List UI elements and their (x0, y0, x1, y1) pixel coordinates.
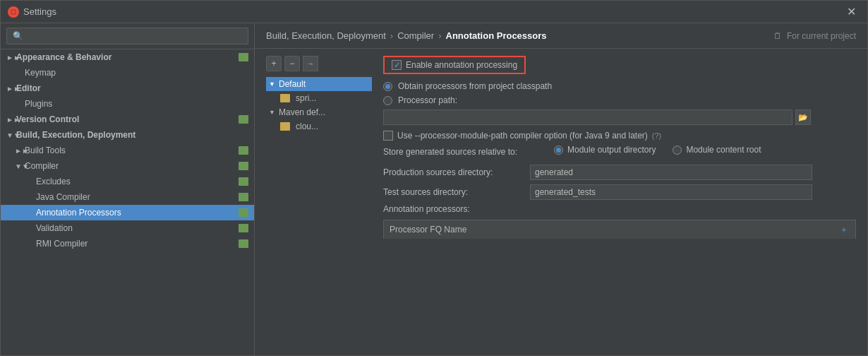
test-sources-row: Test sources directory: (383, 184, 856, 200)
sidebar-item-label: Plugins (25, 99, 248, 109)
breadcrumb-sep1: › (390, 30, 393, 41)
current-project-label: 🗒 For current project (773, 31, 856, 41)
arrow-icon: ▼ (6, 131, 13, 139)
proc-tree-label: clou... (296, 121, 318, 131)
main-content: ► Appearance & Behavior Keymap ► Editor (1, 23, 867, 355)
add-button[interactable]: + (266, 56, 282, 71)
page-icon (239, 146, 248, 155)
table-header: Processor FQ Name + (383, 220, 856, 239)
proc-tree-label: Maven def... (279, 107, 325, 117)
sidebar-item-plugins[interactable]: Plugins (1, 96, 254, 112)
processor-path-radio[interactable] (383, 96, 392, 105)
settings-window: Settings ✕ ► Appearance & Behavior Keyma… (0, 0, 868, 356)
arrow-icon: ► (6, 116, 13, 124)
page-icon (239, 193, 248, 201)
breadcrumb-part1: Build, Execution, Deployment (266, 30, 386, 41)
enable-annotation-box: Enable annotation processing (383, 56, 526, 74)
module-content-label: Module content root (686, 145, 761, 155)
sidebar-item-validation[interactable]: Validation (1, 220, 254, 236)
proc-tree-label: Default (279, 79, 306, 89)
proc-tree-label: spri... (296, 93, 316, 103)
module-content-radio-row: Module content root (673, 145, 761, 155)
page-icon (239, 224, 248, 232)
page-icon (239, 177, 248, 186)
store-generated-label: Store generated sources relative to: (383, 147, 545, 157)
arrow-icon: ► (6, 54, 13, 61)
use-processor-module-checkbox[interactable] (383, 131, 393, 141)
breadcrumb-sep2: › (438, 30, 441, 41)
sidebar-item-build-tools[interactable]: ► Build Tools (1, 143, 254, 158)
processor-path-row: Processor path: (383, 95, 856, 105)
page-icon (239, 208, 248, 217)
sidebar-item-label: Compiler (25, 161, 236, 171)
breadcrumb-path: Build, Execution, Deployment › Compiler … (266, 30, 547, 41)
proc-tree-clou[interactable]: clou... (266, 119, 372, 134)
processor-path-field-row: 📂 (383, 109, 856, 125)
arrow-icon: ► (15, 147, 22, 155)
proc-tree-default[interactable]: ▼ Default (266, 77, 372, 91)
sidebar-item-editor[interactable]: ► Editor (1, 81, 254, 96)
sidebar-item-label: Appearance & Behavior (16, 52, 236, 62)
obtain-processors-radio[interactable] (383, 82, 392, 91)
annotation-processors-section: Annotation processors: (383, 204, 856, 214)
arrow-icon: ▼ (269, 109, 276, 116)
processor-path-label: Processor path: (398, 95, 457, 105)
sidebar-item-label: Version Control (16, 114, 236, 124)
table-add-button[interactable]: + (838, 224, 850, 235)
sidebar-item-keymap[interactable]: Keymap (1, 65, 254, 81)
sidebar-tree: ► Appearance & Behavior Keymap ► Editor (1, 49, 254, 355)
arrow-icon: ▼ (15, 162, 22, 170)
sidebar-item-annotation-processors[interactable]: Annotation Processors (1, 205, 254, 220)
window-title: Settings (23, 6, 843, 17)
sidebar-item-compiler[interactable]: ▼ Compiler (1, 158, 254, 174)
page-icon (239, 162, 248, 170)
close-button[interactable]: ✕ (843, 4, 860, 20)
title-bar: Settings ✕ (1, 1, 867, 23)
breadcrumb-part2: Compiler (397, 30, 434, 41)
navigate-button[interactable]: → (303, 56, 318, 71)
processor-path-browse-btn[interactable]: 📂 (795, 109, 811, 125)
sidebar-item-label: Editor (16, 83, 248, 93)
module-content-radio[interactable] (673, 146, 682, 155)
module-output-radio[interactable] (554, 146, 563, 155)
sidebar-item-java-compiler[interactable]: Java Compiler (1, 189, 254, 205)
sidebar-item-appearance[interactable]: ► Appearance & Behavior (1, 49, 254, 65)
breadcrumb-part3: Annotation Processors (446, 30, 547, 41)
production-sources-row: Production sources directory: (383, 165, 856, 180)
sidebar-item-excludes[interactable]: Excludes (1, 174, 254, 189)
sidebar-item-label: Excludes (36, 177, 236, 186)
proc-tree-spri[interactable]: spri... (266, 91, 372, 105)
sidebar-item-rmi-compiler[interactable]: RMI Compiler (1, 236, 254, 251)
help-icon: (?) (652, 131, 661, 140)
annotation-processors-label: Annotation processors: (383, 204, 470, 214)
page-icon (239, 239, 248, 248)
sidebar: ► Appearance & Behavior Keymap ► Editor (1, 23, 255, 355)
search-area (1, 23, 254, 49)
enable-annotation-checkbox-label[interactable]: Enable annotation processing (392, 60, 517, 70)
sidebar-item-build-execution[interactable]: ▼ Build, Execution, Deployment (1, 127, 254, 143)
folder-icon (280, 94, 290, 102)
right-options: Enable annotation processing Obtain proc… (383, 56, 856, 239)
sidebar-item-label: Build, Execution, Deployment (16, 130, 248, 140)
production-sources-field[interactable] (530, 165, 812, 180)
sidebar-item-label: Java Compiler (36, 192, 236, 202)
test-sources-field[interactable] (530, 184, 812, 200)
arrow-icon: ▼ (269, 81, 276, 88)
store-generated-row: Store generated sources relative to: Mod… (383, 145, 856, 159)
use-processor-module-row: Use --processor-module-path compiler opt… (383, 131, 856, 141)
sidebar-item-version-control[interactable]: ► Version Control (1, 112, 254, 127)
processor-path-field[interactable] (383, 109, 792, 125)
arrow-icon: ► (6, 85, 13, 93)
proc-tree-maven[interactable]: ▼ Maven def... (266, 105, 372, 119)
sidebar-item-label: Build Tools (25, 146, 236, 155)
sidebar-item-label: Validation (36, 223, 236, 233)
page-icon (239, 53, 248, 61)
remove-button[interactable]: − (284, 56, 300, 71)
test-sources-label: Test sources directory: (383, 187, 524, 197)
processor-tree: ▼ Default spri... ▼ Maven def... (266, 77, 372, 134)
enable-section: Enable annotation processing (383, 56, 856, 74)
table-header-label: Processor FQ Name (390, 225, 466, 235)
enable-annotation-checkbox[interactable] (392, 60, 402, 70)
use-processor-module-label: Use --processor-module-path compiler opt… (397, 131, 648, 141)
search-input[interactable] (6, 28, 248, 44)
